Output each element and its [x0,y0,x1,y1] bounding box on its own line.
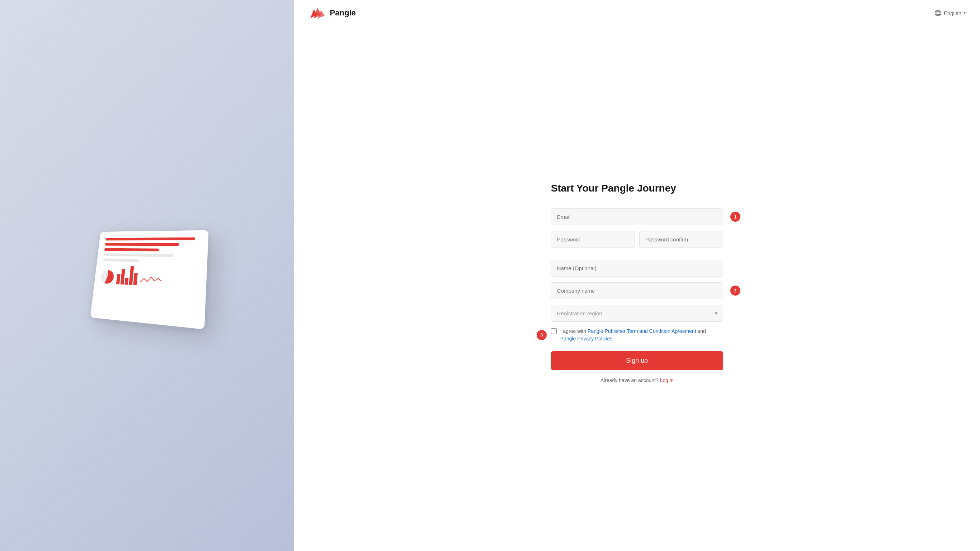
agree-prefix: I agree with [560,328,587,334]
dash-bar [103,258,139,262]
password-confirm-input[interactable] [639,231,723,248]
language-label: English [944,10,961,16]
agreement-row: 3 I agree with Pangle Publisher Term and… [551,328,723,342]
dashboard-illustration [90,230,208,330]
company-input[interactable] [551,282,723,299]
dash-bar [104,248,159,252]
form-inner: Start Your Pangle Journey 1 2 [551,183,723,383]
terms-link[interactable]: Pangle Publisher Term and Condition Agre… [587,328,696,334]
signup-button[interactable]: Sign up [551,351,723,370]
dashboard-card [90,230,208,330]
step-badge-1: 1 [730,212,740,222]
agree-middle: and [696,328,706,334]
bar-chart [116,266,138,285]
chevron-down-icon: ▾ [964,10,966,16]
step-badge-3: 3 [537,330,547,340]
form-title: Start Your Pangle Journey [551,183,723,194]
login-row: Already have an account? Log in [551,377,723,383]
logo-text: Pangle [330,8,356,18]
line-chart [140,275,162,287]
email-group: 1 [551,209,723,225]
password-row [551,231,723,248]
password-input[interactable] [551,231,635,248]
step-badge-2: 2 [730,285,740,296]
header: Pangle English ▾ [294,0,980,26]
agree-checkbox[interactable] [551,328,557,334]
region-group: Registration region Asia Pacific North A… [551,305,723,322]
login-link[interactable]: Log in [660,377,674,383]
pie-chart [100,270,115,284]
left-panel [0,0,294,551]
logo: Pangle [309,6,356,20]
privacy-link[interactable]: Pangle Privacy Policies [560,336,612,341]
globe-icon [934,10,942,16]
company-group: 2 [551,282,723,299]
agreement-label[interactable]: I agree with Pangle Publisher Term and C… [560,328,706,342]
right-panel: Pangle English ▾ Start Your Pangle Journ… [294,0,980,551]
form-container: Start Your Pangle Journey 1 2 [294,0,980,551]
email-input[interactable] [551,209,723,225]
pangle-logo-icon [309,6,326,20]
region-select[interactable]: Registration region Asia Pacific North A… [551,305,723,322]
login-text: Already have an account? [600,377,659,383]
dash-bar [105,243,179,246]
name-group [551,260,723,277]
language-selector[interactable]: English ▾ [934,10,966,16]
divider [551,253,723,254]
dash-bar [105,237,195,241]
dash-bar [103,253,173,257]
name-input[interactable] [551,260,723,277]
